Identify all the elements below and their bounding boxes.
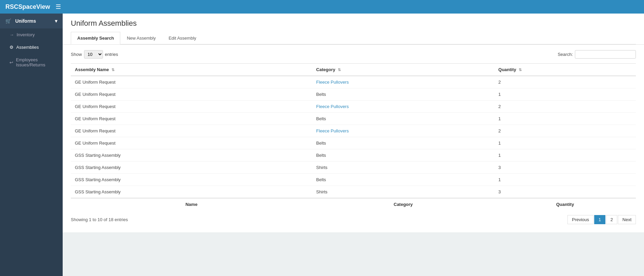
cell-category: Belts <box>312 174 494 186</box>
cell-quantity: 1 <box>494 113 636 125</box>
sidebar-item-employee-issues-returns[interactable]: ↩ Employees Issues/Returns <box>0 54 63 71</box>
assembly-name-sort-icon: ⇅ <box>111 68 115 72</box>
sidebar: 🛒 Uniforms ▾ → Inventory ⚙ Assemblies ↩ … <box>0 14 63 276</box>
cell-quantity: 2 <box>494 76 636 88</box>
entries-select[interactable]: 10 25 50 100 <box>84 50 103 59</box>
tabs: Assembly Search New Assembly Edit Assemb… <box>71 32 636 44</box>
search-label: Search: <box>558 52 573 57</box>
col-assembly-name[interactable]: Assembly Name ⇅ <box>71 64 312 76</box>
cell-quantity: 3 <box>494 162 636 174</box>
sidebar-section-uniforms[interactable]: 🛒 Uniforms ▾ <box>0 14 63 28</box>
table-row: GE Uniform RequestFleece Pullovers2 <box>71 125 636 137</box>
table-area: Show 10 25 50 100 entries Search: <box>63 45 644 232</box>
table-header-row: Assembly Name ⇅ Category ⇅ Quantity ⇅ <box>71 64 636 76</box>
cell-quantity: 1 <box>494 88 636 101</box>
footer-col-name: Name <box>71 198 312 210</box>
main-content: Uniform Assemblies Assembly Search New A… <box>63 14 644 276</box>
table-row: GE Uniform RequestBelts1 <box>71 137 636 149</box>
cell-assembly-name: GSS Starting Assembly <box>71 186 312 198</box>
category-sort-icon: ⇅ <box>338 68 341 72</box>
cell-quantity: 2 <box>494 125 636 137</box>
cell-category: Belts <box>312 149 494 162</box>
cell-category: Belts <box>312 88 494 101</box>
sidebar-item-employee-issues-returns-label: Employees Issues/Returns <box>16 57 57 67</box>
cell-category: Belts <box>312 137 494 149</box>
cell-category: Fleece Pullovers <box>312 76 494 88</box>
employee-issues-returns-icon: ↩ <box>9 60 13 65</box>
cell-assembly-name: GE Uniform Request <box>71 137 312 149</box>
table-row: GE Uniform RequestFleece Pullovers2 <box>71 101 636 113</box>
show-label: Show <box>71 52 82 57</box>
cell-assembly-name: GSS Starting Assembly <box>71 162 312 174</box>
search-box: Search: <box>558 50 636 59</box>
page-1-button[interactable]: 1 <box>594 215 605 224</box>
tab-assembly-search[interactable]: Assembly Search <box>71 32 120 44</box>
tab-edit-assembly[interactable]: Edit Assembly <box>162 32 203 44</box>
table-row: GE Uniform RequestFleece Pullovers2 <box>71 76 636 88</box>
sidebar-item-assemblies[interactable]: ⚙ Assemblies <box>0 41 63 54</box>
next-button[interactable]: Next <box>618 215 636 224</box>
showing-text: Showing 1 to 10 of 18 entries <box>71 217 128 222</box>
col-category-label: Category <box>316 67 335 72</box>
cell-quantity: 2 <box>494 101 636 113</box>
pagination-buttons: Previous 1 2 Next <box>567 215 636 224</box>
uniforms-section-icon: 🛒 <box>5 18 11 24</box>
table-row: GSS Starting AssemblyBelts1 <box>71 149 636 162</box>
previous-button[interactable]: Previous <box>567 215 594 224</box>
table-row: GE Uniform RequestBelts1 <box>71 113 636 125</box>
show-entries: Show 10 25 50 100 entries <box>71 50 118 59</box>
table-row: GSS Starting AssemblyBelts1 <box>71 174 636 186</box>
page-2-button[interactable]: 2 <box>606 215 617 224</box>
cell-category: Fleece Pullovers <box>312 125 494 137</box>
table-row: GSS Starting AssemblyShirts3 <box>71 186 636 198</box>
cell-quantity: 1 <box>494 137 636 149</box>
cell-assembly-name: GE Uniform Request <box>71 76 312 88</box>
cell-assembly-name: GSS Starting Assembly <box>71 149 312 162</box>
cell-assembly-name: GE Uniform Request <box>71 88 312 101</box>
menu-toggle-icon[interactable]: ☰ <box>56 3 61 10</box>
uniforms-chevron-icon: ▾ <box>55 18 57 24</box>
inventory-icon: → <box>9 32 14 37</box>
table-row: GE Uniform RequestBelts1 <box>71 88 636 101</box>
assemblies-icon: ⚙ <box>9 45 14 50</box>
page-title: Uniform Assemblies <box>71 19 636 28</box>
app-brand: RSCSpaceView <box>5 3 50 10</box>
assembly-table: Assembly Name ⇅ Category ⇅ Quantity ⇅ <box>71 63 636 210</box>
search-input[interactable] <box>575 50 636 59</box>
cell-quantity: 1 <box>494 149 636 162</box>
table-footer-row: Name Category Quantity <box>71 198 636 210</box>
cell-assembly-name: GSS Starting Assembly <box>71 174 312 186</box>
col-quantity[interactable]: Quantity ⇅ <box>494 64 636 76</box>
sidebar-section-uniforms-label: Uniforms <box>15 18 36 24</box>
cell-quantity: 1 <box>494 174 636 186</box>
cell-quantity: 3 <box>494 186 636 198</box>
footer-col-category: Category <box>312 198 494 210</box>
sidebar-item-assemblies-label: Assemblies <box>16 45 39 50</box>
tab-new-assembly[interactable]: New Assembly <box>120 32 162 44</box>
quantity-sort-icon: ⇅ <box>519 68 522 72</box>
cell-category: Belts <box>312 113 494 125</box>
table-controls: Show 10 25 50 100 entries Search: <box>71 50 636 59</box>
pagination-area: Showing 1 to 10 of 18 entries Previous 1… <box>71 215 636 224</box>
col-assembly-name-label: Assembly Name <box>75 67 109 72</box>
cell-assembly-name: GE Uniform Request <box>71 113 312 125</box>
page-header: Uniform Assemblies Assembly Search New A… <box>63 14 644 45</box>
sidebar-item-inventory-label: Inventory <box>17 32 35 37</box>
cell-assembly-name: GE Uniform Request <box>71 125 312 137</box>
table-row: GSS Starting AssemblyShirts3 <box>71 162 636 174</box>
col-category[interactable]: Category ⇅ <box>312 64 494 76</box>
cell-category: Shirts <box>312 162 494 174</box>
cell-category: Shirts <box>312 186 494 198</box>
entries-label: entries <box>105 52 118 57</box>
col-quantity-label: Quantity <box>498 67 516 72</box>
navbar: RSCSpaceView ☰ <box>0 0 644 14</box>
footer-col-quantity: Quantity <box>494 198 636 210</box>
sidebar-item-inventory[interactable]: → Inventory <box>0 28 63 41</box>
cell-category: Fleece Pullovers <box>312 101 494 113</box>
cell-assembly-name: GE Uniform Request <box>71 101 312 113</box>
layout: 🛒 Uniforms ▾ → Inventory ⚙ Assemblies ↩ … <box>0 14 644 276</box>
